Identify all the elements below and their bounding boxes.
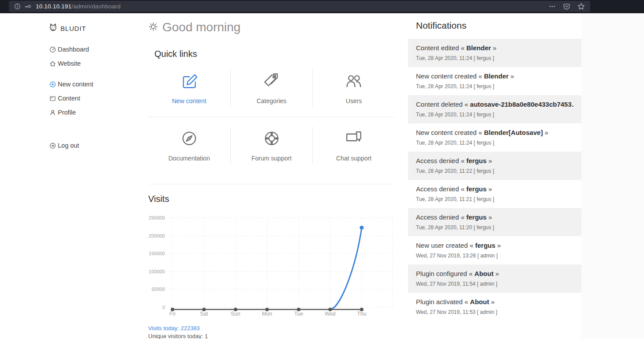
sidebar-item-label: Dashboard <box>58 46 89 53</box>
notifications-panel: Notifications Content edited « Blender »… <box>408 13 581 339</box>
notification-title: Content edited « Blender » <box>416 44 573 52</box>
sidebar-item-logout[interactable]: Log out <box>49 141 79 150</box>
notification-action: Content deleted <box>416 101 463 108</box>
guillemet-close: » <box>493 44 496 52</box>
notification-action: Plugin configured <box>416 270 467 277</box>
notification-meta: Wed, 27 Nov 2019, 13:26 [ admin ] <box>416 253 573 259</box>
sidebar-item-label: New content <box>58 81 94 88</box>
guillemet-close: » <box>488 185 492 193</box>
svg-text:Sun: Sun <box>231 311 240 317</box>
notification-item: Plugin activated « About » Wed, 27 Nov 2… <box>408 293 581 321</box>
quicklink-forum-support[interactable]: Forum support <box>230 127 313 164</box>
notification-item: New content created « Blender[Autosave] … <box>408 123 581 152</box>
notification-meta: Wed, 27 Nov 2019, 11:53 [ admin ] <box>416 309 573 315</box>
notification-title: Access denied « fergus » <box>416 156 573 165</box>
notification-meta: Tue, 28 Apr 2020, 11:24 [ fergus ] <box>416 55 573 61</box>
page-body: BLUDIT Dashboard Website New content Con… <box>0 13 581 339</box>
sidebar-item-profile[interactable]: Profile <box>49 108 76 117</box>
url-domain: 10.10.10.191 <box>36 3 71 10</box>
url-text[interactable]: 10.10.10.191/admin/dashboard <box>36 3 121 10</box>
notification-action: New content created <box>416 72 477 80</box>
guillemet-open: « <box>470 242 473 249</box>
greeting-text: Good morning <box>162 20 240 34</box>
notification-title: New content created « Blender » <box>416 72 573 81</box>
svg-text:Sat: Sat <box>200 311 208 317</box>
notifications-list: Content edited « Blender » Tue, 28 Apr 2… <box>408 39 581 321</box>
pocket-icon[interactable] <box>563 3 570 10</box>
quick-links-row-1: New content Categories Users <box>148 69 395 107</box>
notification-title: New user created « fergus » <box>416 241 573 250</box>
svg-text:Tue: Tue <box>294 311 303 317</box>
guillemet-open: « <box>461 185 464 193</box>
chat-icon <box>345 130 363 149</box>
sidebar-item-label: Profile <box>58 109 76 116</box>
guillemet-close: » <box>497 242 501 249</box>
notification-subject: fergus <box>466 185 487 193</box>
guillemet-close: » <box>495 270 499 277</box>
notification-meta: Tue, 28 Apr 2020, 11:22 [ fergus ] <box>416 168 573 174</box>
quicklink-label: Categories <box>257 97 287 104</box>
sidebar-item-website[interactable]: Website <box>49 59 81 68</box>
guillemet-open: « <box>464 298 468 305</box>
quicklink-label: Users <box>346 97 362 104</box>
sidebar-item-label: Content <box>58 95 80 102</box>
guillemet-close: » <box>488 157 492 164</box>
notification-item: Access denied « fergus » Tue, 28 Apr 202… <box>408 152 581 180</box>
quicklink-chat-support[interactable]: Chat support <box>312 127 395 164</box>
sidebar-item-content[interactable]: Content <box>49 94 80 103</box>
notification-meta: Wed, 27 Nov 2019, 11:54 [ admin ] <box>416 281 573 287</box>
notification-subject: fergus <box>466 157 487 164</box>
home-icon <box>49 60 56 67</box>
notification-subject: About <box>470 298 489 305</box>
quicklink-new-content[interactable]: New content <box>148 69 230 107</box>
notification-subject: About <box>475 270 494 277</box>
edit-icon <box>180 72 198 92</box>
guillemet-close: » <box>491 298 494 305</box>
notification-meta: Tue, 28 Apr 2020, 11:24 [ fergus ] <box>416 112 573 118</box>
visits-today-link[interactable]: Visits today: 222383 <box>148 325 200 332</box>
notification-item: Content deleted « autosave-21b8a0e80e433… <box>408 95 581 123</box>
notification-title: Access denied « fergus » <box>416 213 573 222</box>
notification-subject: fergus <box>475 242 495 249</box>
svg-text:200000: 200000 <box>149 233 165 238</box>
notification-meta: Tue, 28 Apr 2020, 11:24 [ fergus ] <box>416 83 573 89</box>
svg-text:100000: 100000 <box>149 269 165 274</box>
guillemet-open: « <box>479 129 482 136</box>
site-info-icon[interactable] <box>14 3 21 10</box>
notification-action: Access denied <box>416 157 459 164</box>
quicklink-categories[interactable]: Categories <box>230 69 313 107</box>
dashboard-icon <box>49 46 56 53</box>
notification-item: Content edited « Blender » Tue, 28 Apr 2… <box>408 39 581 67</box>
guillemet-close: » <box>545 129 548 136</box>
guillemet-open: « <box>461 44 464 52</box>
notifications-title: Notifications <box>416 20 466 31</box>
notification-meta: Tue, 28 Apr 2020, 11:24 [ fergus ] <box>416 140 573 146</box>
logout-icon <box>49 142 56 149</box>
quicklink-documentation[interactable]: Documentation <box>148 127 230 164</box>
url-bar[interactable]: 10.10.10.191/admin/dashboard <box>9 1 590 12</box>
notification-subject: Blender <box>466 44 491 52</box>
guillemet-close: » <box>510 72 514 80</box>
visits-title: Visits <box>148 194 169 204</box>
notification-item: New user created « fergus » Wed, 27 Nov … <box>408 236 581 264</box>
quick-links-row-2: Documentation Forum support Chat support <box>148 127 395 164</box>
unique-visitors-text: Unique visitors today: 1 <box>148 333 208 339</box>
notification-subject: Blender <box>484 72 509 80</box>
key-icon[interactable] <box>24 3 31 10</box>
svg-text:250000: 250000 <box>149 215 165 220</box>
bookmark-star-icon[interactable] <box>577 3 585 10</box>
visits-chart: 050000100000150000200000250000FriSatSunM… <box>148 212 395 322</box>
sidebar-item-dashboard[interactable]: Dashboard <box>49 45 89 54</box>
notification-title: Content deleted « autosave-21b8a0e80e433… <box>416 100 573 109</box>
divider <box>148 117 395 117</box>
svg-text:Mon: Mon <box>262 311 272 317</box>
quicklink-users[interactable]: Users <box>312 69 395 107</box>
bludit-logo[interactable]: BLUDIT <box>49 23 86 34</box>
page-actions-icon[interactable] <box>549 3 556 10</box>
notification-title: Plugin configured « About » <box>416 269 573 278</box>
sidebar-item-new-content[interactable]: New content <box>49 80 94 89</box>
svg-text:50000: 50000 <box>151 287 165 292</box>
notification-subject: autosave-21b8a0e80e433cb7453… <box>470 101 573 108</box>
guillemet-open: « <box>461 213 464 221</box>
guillemet-open: « <box>479 72 482 80</box>
